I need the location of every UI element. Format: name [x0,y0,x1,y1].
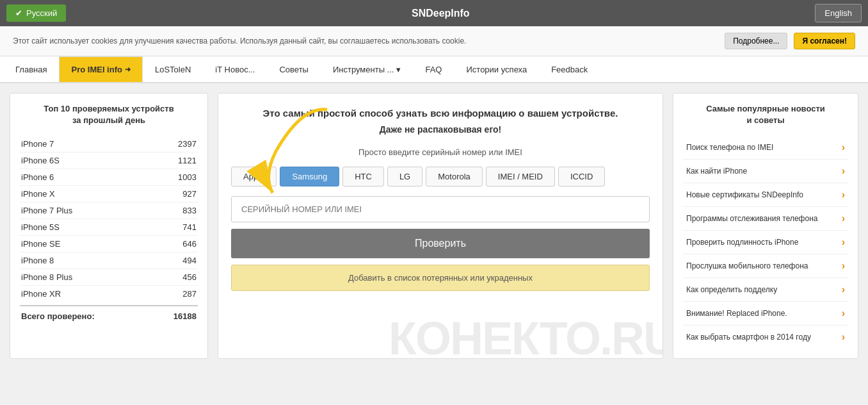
news-item-label: Внимание! Replaced iPhone. [686,309,787,318]
cookie-accept-button[interactable]: Я согласен! [794,33,855,49]
device-name: iPhone 8 Plus [21,272,72,282]
cookie-text: Этот сайт использует cookies для улучшен… [13,37,718,45]
news-item[interactable]: Как определить подделку› [683,278,848,302]
device-name: iPhone XR [21,289,61,299]
device-name: iPhone 7 [21,139,54,149]
nav-bar: Главная Pro IMEI info ➜ LoSToleN iT Ново… [0,56,868,83]
brand-tab-samsung[interactable]: Samsung [280,167,339,186]
device-name: iPhone X [21,189,55,199]
device-name: iPhone 6S [21,156,60,165]
device-count: 2397 [178,139,197,149]
total-label: Всего проверено: [21,311,95,321]
main-layout: Топ 10 проверяемых устройствза прошлый д… [0,83,868,368]
site-title: SNDeepInfo [66,8,815,19]
device-name: iPhone 8 [21,256,54,265]
total-count: 16188 [173,311,197,321]
news-item-label: Как найти iPhone [686,167,747,176]
news-item-label: Программы отслеживания телефона [686,214,817,223]
center-title: Это самый простой способ узнать всю инфо… [231,106,650,121]
table-row: iPhone 7 Plus833 [20,202,198,219]
brand-tab-lg[interactable]: LG [387,167,422,186]
nav-item-sovety[interactable]: Советы [267,56,320,82]
chevron-right-icon: › [842,165,845,177]
nav-item-instruments[interactable]: Инструменты ... ▾ [321,56,414,82]
chevron-right-icon: › [842,142,845,153]
device-count: 741 [182,222,197,232]
news-item-label: Прослушка мобильного телефона [686,261,808,270]
nav-item-itnews[interactable]: iT Новос... [203,56,267,82]
table-row: iPhone 61003 [20,169,198,186]
nav-item-lostolen[interactable]: LoSToleN [143,56,203,82]
news-item[interactable]: Внимание! Replaced iPhone.› [683,302,848,326]
news-item[interactable]: Программы отслеживания телефона› [683,207,848,231]
device-count: 494 [182,256,197,265]
nav-arrow-icon: ➜ [125,65,131,74]
news-item-label: Как определить подделку [686,285,777,294]
news-item[interactable]: Проверить подлинность iPhone› [683,231,848,254]
enter-prompt: Просто введите серийный номер или IMEI [231,147,650,157]
device-count: 833 [182,206,197,215]
device-name: iPhone 7 Plus [21,206,72,215]
cookie-bar: Этот сайт использует cookies для улучшен… [0,26,868,56]
table-row: iPhone 72397 [20,136,198,153]
device-count: 1121 [178,156,197,165]
brand-tab-motorola[interactable]: Motorola [426,167,483,186]
news-item-label: Новые сертификаты SNDeepInfo [686,190,803,199]
table-row: iPhone 6S1121 [20,153,198,169]
news-item[interactable]: Как найти iPhone› [683,160,848,183]
chevron-right-icon: › [842,308,845,319]
nav-item-proimei[interactable]: Pro IMEI info ➜ [59,56,142,82]
device-name: iPhone 6 [21,172,54,182]
right-panel: Самые популярные новостии советы Поиск т… [673,93,858,359]
table-row: iPhone 8494 [20,252,198,269]
top-bar: Русский SNDeepInfo English [0,0,868,26]
russian-lang-button[interactable]: Русский [6,4,66,22]
brand-tab-apple[interactable]: Apple [231,167,277,186]
device-count: 456 [182,272,197,282]
device-name: iPhone SE [21,239,60,249]
cookie-more-button[interactable]: Подробнее... [725,33,787,49]
device-count: 927 [182,189,197,199]
table-row: iPhone X927 [20,186,198,202]
nav-item-stories[interactable]: Истории успеха [454,56,539,82]
device-count: 1003 [178,172,197,182]
chevron-right-icon: › [842,284,845,295]
news-item-label: Проверить подлинность iPhone [686,238,798,247]
english-lang-button[interactable]: English [815,4,862,22]
check-button[interactable]: Проверить [231,229,650,258]
chevron-right-icon: › [842,213,845,224]
nav-item-faq[interactable]: FAQ [413,56,454,82]
news-item[interactable]: Прослушка мобильного телефона› [683,254,848,278]
left-panel-title: Топ 10 проверяемых устройствза прошлый д… [20,103,198,126]
imei-input[interactable] [231,196,650,222]
brand-tab-htc[interactable]: HTC [342,167,384,186]
dropdown-icon: ▾ [396,65,401,74]
left-panel: Топ 10 проверяемых устройствза прошлый д… [10,93,208,359]
nav-item-feedback[interactable]: Feedback [539,56,600,82]
news-item-label: Поиск телефона по IMEI [686,143,773,152]
table-row: iPhone 8 Plus456 [20,269,198,286]
device-count: 287 [182,289,197,299]
brand-tab-imei[interactable]: IMEI / MEID [486,167,555,186]
device-name: iPhone 5S [21,222,60,232]
brand-tabs: Apple Samsung HTC LG Motorola IMEI / MEI… [231,167,650,186]
chevron-right-icon: › [842,236,845,248]
center-subtitle: Даже не распаковывая его! [231,124,650,135]
brand-tab-iccid[interactable]: ICCID [558,167,605,186]
chevron-right-icon: › [842,331,845,343]
center-panel: Это самый простой способ узнать всю инфо… [218,93,663,359]
news-item-label: Как выбрать смартфон в 2014 году [686,333,811,342]
table-row: iPhone XR287 [20,286,198,302]
chevron-right-icon: › [842,189,845,201]
total-row: Всего проверено: 16188 [20,305,198,326]
device-list: iPhone 72397 iPhone 6S1121 iPhone 61003 … [20,136,198,302]
news-item[interactable]: Новые сертификаты SNDeepInfo› [683,183,848,207]
table-row: iPhone 5S741 [20,219,198,236]
nav-item-glavnaya[interactable]: Главная [3,56,59,82]
chevron-right-icon: › [842,260,845,272]
news-item[interactable]: Поиск телефона по IMEI› [683,136,848,160]
news-item[interactable]: Как выбрать смартфон в 2014 году› [683,326,848,349]
device-count: 646 [182,239,197,249]
right-panel-title: Самые популярные новостии советы [683,103,848,126]
lost-stolen-button[interactable]: Добавить в список потерянных или украден… [231,265,650,291]
